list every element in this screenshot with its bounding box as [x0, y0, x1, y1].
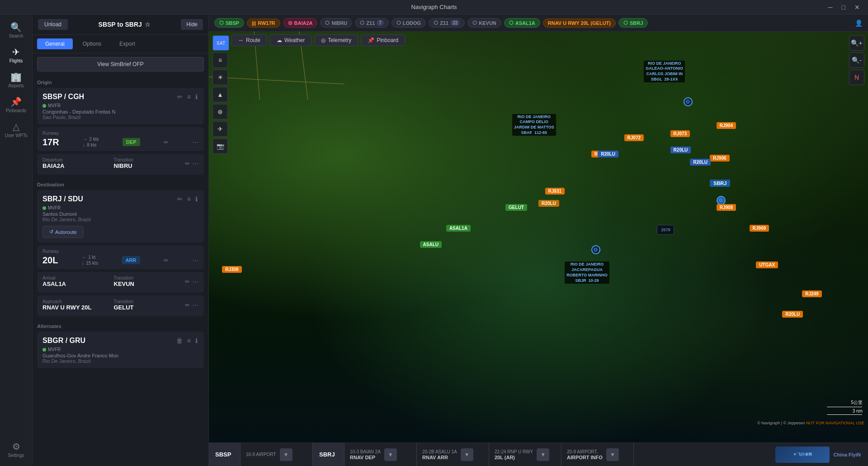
sidebar-item-search[interactable]: 🔍 Search — [0, 18, 32, 43]
departure-edit-btn[interactable]: ✏ — [185, 160, 190, 167]
wp-asalu[interactable]: ASALU — [420, 241, 442, 248]
crosshair-button[interactable]: ⊕ — [212, 104, 228, 119]
bottom-chart-airport-info-arrow[interactable]: ▼ — [606, 448, 619, 461]
sidebar-item-settings[interactable]: ⚙ Settings — [0, 437, 32, 462]
sat-button[interactable]: SAT — [212, 35, 229, 51]
sidebar-item-flights[interactable]: ✈ Flights — [0, 43, 32, 68]
chip-sbrj[interactable]: ⬡ SBRJ — [618, 18, 648, 28]
favorite-icon[interactable]: ☆ — [145, 21, 151, 28]
wp-rj906[interactable]: RJ906 — [710, 155, 729, 162]
bottom-chart-sbsp-arrow[interactable]: ▼ — [280, 448, 292, 461]
chip-kevun[interactable]: ⬡ KEVUN — [467, 18, 501, 28]
destination-runway-edit[interactable]: ✏ — [164, 257, 169, 264]
wp-r20lu-1[interactable]: R20LU — [598, 151, 618, 157]
wp-rj908[interactable]: RJ908 — [717, 204, 736, 211]
wp-r20lu-orange[interactable]: R20LU — [538, 200, 559, 207]
destination-type: MVFR — [48, 205, 61, 210]
unload-button[interactable]: Unload — [38, 19, 68, 30]
wp-rj073[interactable]: RJ073 — [670, 130, 690, 137]
pinboard-button[interactable]: 📌 Pinboard — [361, 34, 405, 46]
chip-sbsp[interactable]: ⬡ SBSP — [214, 18, 244, 28]
bottom-chart-sbsp-airport[interactable]: 10-9 AIRPORT ▼ — [241, 443, 313, 466]
brightness-button[interactable]: ☀ — [212, 70, 228, 85]
north-button[interactable]: ▲ — [212, 87, 228, 102]
chip-z11-1[interactable]: ⬡ Z11 7 — [355, 18, 389, 28]
compass-button[interactable]: N — [849, 70, 864, 85]
arrival-edit-btn[interactable]: ✏ — [185, 278, 190, 285]
route-button[interactable]: ↔ Route — [231, 34, 267, 46]
alternate-list-btn[interactable]: ≡ — [186, 336, 192, 345]
bottom-chart-asalu1a-arrow[interactable]: ▼ — [461, 448, 473, 461]
chip-asal1a-label: ASAL1A — [515, 20, 535, 26]
telemetry-button[interactable]: ◎ Telemetry — [314, 34, 358, 46]
origin-list-btn[interactable]: ≡ — [186, 92, 192, 101]
chip-z11-2[interactable]: ⬡ Z11 22 — [429, 18, 465, 28]
tab-general[interactable]: General — [37, 38, 73, 49]
minimize-button[interactable]: ─ — [826, 3, 835, 12]
approach-edit-btn[interactable]: ✏ — [185, 302, 190, 309]
origin-runway-edit[interactable]: ✏ — [164, 139, 169, 146]
chip-baia2a[interactable]: ◎ BAIA2A — [283, 18, 318, 28]
chip-nibru[interactable]: ⬡ NIBRU — [320, 18, 352, 28]
alternate-info-btn[interactable]: ℹ — [194, 336, 198, 345]
approach-more-btn[interactable]: ⋯ — [193, 302, 198, 309]
bottom-chart-baian2a-arrow[interactable]: ▼ — [384, 448, 397, 461]
user-menu-button[interactable]: 👤 — [855, 19, 863, 27]
bottom-chart-rnp-arrow[interactable]: ▼ — [537, 448, 549, 461]
wp-utgax[interactable]: UTGAX — [756, 262, 778, 268]
origin-info-btn[interactable]: ℹ — [194, 92, 198, 101]
destination-edit-btn[interactable]: ✏ — [176, 195, 184, 204]
wp-rj308[interactable]: RJ308 — [222, 266, 241, 273]
chip-rw17r[interactable]: ||| RW17R — [247, 19, 280, 28]
tab-export[interactable]: Export — [111, 38, 143, 49]
wp-rj931[interactable]: RJ931 — [545, 188, 565, 195]
wp-asal1a[interactable]: ASAL1A — [446, 225, 471, 232]
camera-button[interactable]: 📷 — [212, 138, 228, 154]
wp-rj904[interactable]: RJ904 — [717, 122, 736, 129]
destination-list-btn[interactable]: ≡ — [186, 195, 192, 204]
chip-asal1a[interactable]: ⬡ ASAL1A — [504, 18, 540, 28]
departure-more-btn[interactable]: ⋯ — [193, 160, 198, 167]
bottom-chart-asalu1a[interactable]: 20-2B ASALU 1A RNAV ARR ▼ — [417, 443, 489, 466]
chip-lodog[interactable]: ⬡ LODOG — [392, 18, 426, 28]
chip-kevun-label: KEVUN — [479, 20, 496, 26]
origin-runway-more[interactable]: ⋯ — [193, 139, 198, 146]
bottom-chart-airport-info[interactable]: 20-9 AIRPORT, AIRPORT INFO ▼ — [561, 443, 634, 466]
autoroute-button[interactable]: ↺ Autoroute — [42, 226, 84, 238]
simbrief-button[interactable]: View SimBrief OFP — [37, 57, 204, 71]
destination-name: Santos Dumont — [42, 211, 198, 217]
destination-runway-more[interactable]: ⋯ — [193, 257, 198, 264]
map-container[interactable]: SAT ≡ ☀ ▲ ⊕ ✈ 📷 🔍+ 🔍- N ↔ — [209, 32, 868, 442]
hide-button[interactable]: Hide — [181, 19, 203, 30]
wp-rj909[interactable]: RJ909 — [750, 225, 769, 232]
chip-rnav-20l[interactable]: RNAV U RWY 20L (GELUT) — [543, 19, 616, 28]
departure-label: Departure — [42, 157, 114, 162]
wp-r20lu-3[interactable]: R20LU — [690, 159, 711, 166]
chip-nibru-icon: ⬡ — [325, 20, 330, 26]
tab-options[interactable]: Options — [75, 38, 109, 49]
destination-icao: SBRJ / SDU — [42, 195, 83, 203]
sbrj-map-label[interactable]: SBRJ — [710, 180, 730, 187]
sidebar-item-pinboards[interactable]: 📌 Pinboards — [0, 93, 32, 118]
logo-image: ✈ 飞行者网 — [775, 447, 830, 463]
wp-r20lu-2[interactable]: R20LU — [670, 147, 691, 153]
wp-r20lu-road[interactable]: R20LU — [782, 311, 803, 318]
zoom-out-button[interactable]: 🔍- — [849, 52, 864, 68]
alternate-delete-btn[interactable]: 🗑 — [175, 336, 184, 345]
maximize-button[interactable]: □ — [839, 3, 848, 12]
wp-rj249[interactable]: RJ249 — [802, 290, 821, 297]
bottom-chart-baian2a[interactable]: 10-3 BAIAN 2A RNAV DEP ▼ — [344, 443, 417, 466]
wp-rj072[interactable]: RJ072 — [624, 134, 644, 141]
bottom-chart-rnp[interactable]: 22-24 RNP U RWY 20L (AR) ▼ — [489, 443, 561, 466]
layers-button[interactable]: ≡ — [212, 52, 228, 68]
close-button[interactable]: ✕ — [852, 3, 863, 12]
wp-gelut[interactable]: GELUT — [505, 204, 527, 211]
sidebar-item-user-wpts[interactable]: △ User WPTs — [0, 118, 32, 143]
destination-info-btn[interactable]: ℹ — [194, 195, 198, 204]
origin-edit-btn[interactable]: ✏ — [176, 92, 184, 101]
zoom-in-button[interactable]: 🔍+ — [849, 35, 864, 51]
plane-button[interactable]: ✈ — [212, 121, 228, 137]
weather-button[interactable]: ☁ Weather — [270, 34, 311, 46]
arrival-more-btn[interactable]: ⋯ — [193, 278, 198, 285]
sidebar-item-airports[interactable]: 🏢 Airports — [0, 68, 32, 93]
